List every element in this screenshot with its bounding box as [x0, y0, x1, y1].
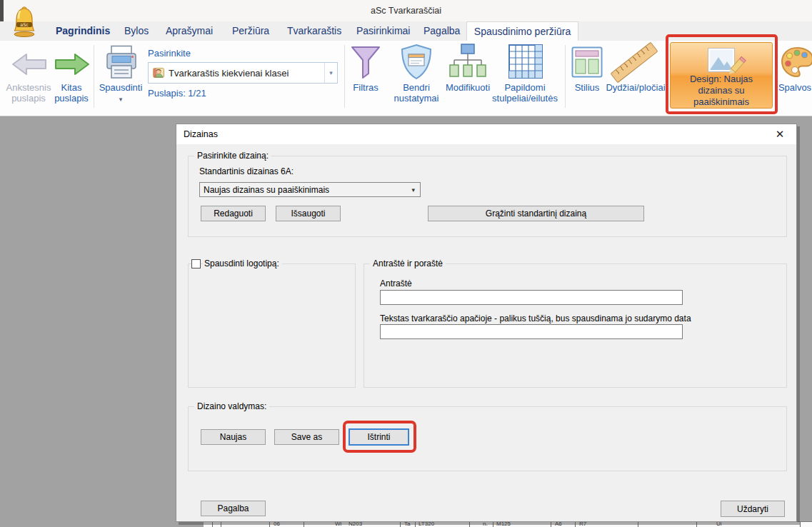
tab-aprasymai[interactable]: Aprašymai: [154, 21, 224, 41]
print-logo-checkbox[interactable]: [191, 259, 201, 268]
edit-button[interactable]: Redaguoti: [201, 206, 266, 221]
title-bar: aSc Tvarkaraščiai: [0, 0, 812, 21]
annotation-highlight-delete: [343, 421, 416, 453]
new-button[interactable]: Naujas: [201, 429, 266, 445]
page-indicator: Puslapis: 1/21: [148, 88, 262, 99]
next-page-button[interactable]: Kitas puslapis: [46, 82, 97, 104]
ribbon-separator: [94, 45, 94, 108]
table-cell: 06: [274, 521, 280, 527]
print-logo-label: Spausdinti logotipą:: [203, 259, 282, 268]
previous-page-arrow-icon[interactable]: [11, 52, 47, 79]
save-as-button[interactable]: Save as: [274, 429, 339, 445]
table-cell: A6: [555, 521, 562, 527]
header-footer-group: Antraštė ir poraštė Antraštė Tekstas tva…: [364, 264, 787, 388]
general-settings-button[interactable]: Bendri nustatymai: [391, 82, 442, 104]
table-cell: Ta: [404, 521, 410, 527]
ribbon-toolbar: Ankstesnis puslapis Kitas puslapis Spaus…: [0, 41, 812, 116]
select-report-label: Pasirinkite: [148, 48, 234, 59]
extra-columns-grid-icon[interactable]: [508, 44, 543, 81]
window-title: aSc Tvarkaraščiai: [0, 6, 812, 16]
tab-tvarkarastis[interactable]: Tvarkaraštis: [276, 21, 353, 41]
tab-pasirinkimai[interactable]: Pasirinkimai: [345, 21, 421, 41]
dialog-close-icon[interactable]: ✕: [772, 128, 788, 142]
header-label: Antraštė: [380, 278, 412, 288]
footer-label: Tekstas tvarkaraščio apačioje - palikus …: [380, 313, 691, 323]
design-management-legend: Dizaino valdymas:: [194, 401, 269, 411]
save-button[interactable]: Išsaugoti: [276, 206, 341, 221]
standard-design-label: Standartinis dizainas 6A:: [199, 166, 294, 176]
style-button[interactable]: Stilius: [569, 82, 605, 93]
restore-standard-design-button[interactable]: Grąžinti standartinį dizainą: [428, 206, 644, 221]
annotation-highlight-design: [666, 34, 778, 114]
table-cell: n.: [483, 521, 488, 527]
report-combobox-value: Tvarkaraštis kiekvienai klasei: [169, 68, 324, 79]
report-combobox-dropdown-button[interactable]: ▾: [324, 63, 337, 83]
help-button[interactable]: Pagalba: [201, 501, 266, 516]
footer-input[interactable]: [380, 324, 683, 339]
select-design-legend: Pasirinkite dizainą:: [194, 151, 271, 161]
svg-text:aSc: aSc: [20, 22, 29, 28]
report-type-icon: [152, 66, 165, 79]
dialog-title-bar[interactable]: Dizainas ✕: [176, 124, 796, 144]
next-page-arrow-icon[interactable]: [54, 52, 90, 79]
tab-spausdinimo-perziura[interactable]: Spausdinimo peržiūra: [466, 21, 578, 41]
report-combobox[interactable]: Tvarkaraštis kiekvienai klasei ▾: [148, 62, 338, 84]
table-cell: M125: [496, 521, 511, 527]
extra-columns-rows-button[interactable]: Papildomi stulpeliai/eilutės: [483, 82, 567, 104]
modify-orgchart-icon[interactable]: [448, 43, 487, 83]
tab-perziura[interactable]: Peržiūra: [221, 21, 281, 41]
sizes-widths-button[interactable]: Dydžiai/pločiai: [602, 82, 669, 93]
table-cell: Ui: [716, 521, 722, 527]
ribbon-separator: [344, 45, 345, 108]
close-button[interactable]: Uždaryti: [721, 501, 785, 517]
dialog-title: Dizainas: [184, 129, 218, 139]
tab-pagalba[interactable]: Pagalba: [412, 21, 471, 41]
header-footer-legend: Antraštė ir poraštė: [370, 259, 446, 268]
table-cell: R7: [579, 521, 586, 527]
tab-bylos[interactable]: Bylos: [113, 21, 160, 41]
print-icon[interactable]: [105, 45, 138, 84]
design-combobox[interactable]: Naujas dizainas su paaiškinimais ▾: [199, 182, 421, 197]
asc-bell-logo-icon[interactable]: aSc: [11, 5, 38, 38]
header-input[interactable]: [380, 290, 683, 305]
application-window: aSc Tvarkaraščiai aSc Pagrindinis Bylos …: [0, 0, 812, 527]
table-cell: N203: [349, 521, 362, 527]
table-cell: LT320: [418, 521, 434, 527]
print-button[interactable]: Spausdinti: [96, 82, 145, 93]
general-settings-shield-icon[interactable]: [399, 44, 433, 84]
colors-button[interactable]: Spalvos: [776, 82, 812, 93]
tab-pagrindinis[interactable]: Pagrindinis: [44, 21, 121, 41]
print-dropdown-caret-icon[interactable]: ▾: [96, 96, 145, 103]
design-dialog: Dizainas ✕ Pasirinkite dizainą: Standart…: [176, 124, 797, 522]
sizes-ruler-icon[interactable]: [608, 44, 658, 81]
timetable-row-sliver: 06 Wi N203 Ta LT320 n. M125 A6 R7 Ui: [204, 521, 812, 527]
table-cell: Wi: [335, 521, 341, 527]
colors-palette-icon[interactable]: [780, 45, 812, 82]
chevron-down-icon: ▾: [411, 186, 415, 194]
style-layout-icon[interactable]: [571, 46, 603, 81]
design-combobox-value: Naujas dizainas su paaiškinimais: [204, 185, 411, 195]
print-logo-group: Spausdinti logotipą:: [188, 264, 356, 388]
ribbon-separator: [565, 45, 566, 108]
filter-funnel-icon[interactable]: [350, 45, 381, 82]
filter-button[interactable]: Filtras: [346, 82, 386, 93]
